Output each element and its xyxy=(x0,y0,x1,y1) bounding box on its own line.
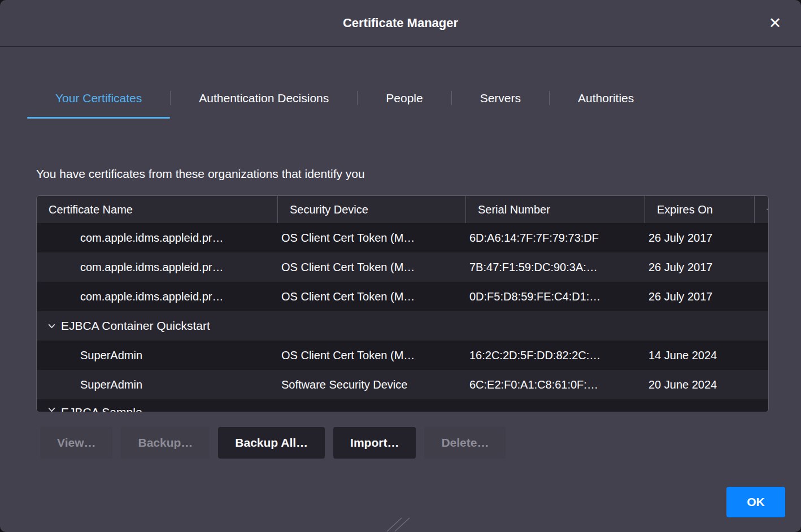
cell-device: OS Client Cert Token (M… xyxy=(278,252,466,282)
cell-filler xyxy=(755,223,768,252)
cell-serial: 6D:A6:14:7F:7F:79:73:DF xyxy=(466,223,645,252)
cell-expires: 26 July 2017 xyxy=(645,223,755,252)
cell-expires: 20 June 2024 xyxy=(645,370,755,399)
dialog-title: Certificate Manager xyxy=(343,16,458,30)
column-header-expires-on[interactable]: Expires On xyxy=(645,196,755,223)
cell-device: Software Security Device xyxy=(278,370,466,399)
table-body: com.apple.idms.appleid.pr…OS Client Cert… xyxy=(37,223,768,412)
cell-filler xyxy=(755,341,768,370)
titlebar: Certificate Manager ✕ xyxy=(0,0,801,47)
close-icon: ✕ xyxy=(769,15,782,32)
certificate-row[interactable]: com.apple.idms.appleid.pr…OS Client Cert… xyxy=(37,252,768,282)
tab-servers[interactable]: Servers xyxy=(452,82,549,119)
group-label: EJBCA Sample xyxy=(61,405,142,412)
delete-button[interactable]: Delete… xyxy=(424,427,506,459)
group-row[interactable]: EJBCA Sample xyxy=(37,399,768,412)
certificate-row[interactable]: com.apple.idms.appleid.pr…OS Client Cert… xyxy=(37,223,768,252)
import-button[interactable]: Import… xyxy=(333,427,416,459)
cell-serial: 6C:E2:F0:A1:C8:61:0F:… xyxy=(466,370,645,399)
tab-your-certificates[interactable]: Your Certificates xyxy=(27,82,170,119)
cell-name: com.apple.idms.appleid.pr… xyxy=(37,252,278,282)
resize-grip-icon[interactable] xyxy=(386,517,412,532)
cell-filler xyxy=(755,282,768,311)
cell-device: OS Client Cert Token (M… xyxy=(278,341,466,370)
view-button[interactable]: View… xyxy=(40,427,112,459)
column-header-certificate-name[interactable]: Certificate Name xyxy=(37,196,278,223)
chevron-down-icon[interactable] xyxy=(47,322,56,330)
cell-serial: 0D:F5:D8:59:FE:C4:D1:… xyxy=(466,282,645,311)
tab-authentication-decisions[interactable]: Authentication Decisions xyxy=(171,82,357,119)
certificate-manager-dialog: Certificate Manager ✕ Your CertificatesA… xyxy=(0,0,801,532)
description-text: You have certificates from these organiz… xyxy=(36,167,801,181)
group-label: EJBCA Container Quickstart xyxy=(61,319,210,333)
backup-all-button[interactable]: Backup All… xyxy=(218,427,325,459)
table-header: Certificate NameSecurity DeviceSerial Nu… xyxy=(37,196,768,223)
tab-people[interactable]: People xyxy=(358,82,451,119)
cell-filler xyxy=(755,370,768,399)
tab-authorities[interactable]: Authorities xyxy=(550,82,662,119)
cell-device: OS Client Cert Token (M… xyxy=(278,223,466,252)
column-header-serial-number[interactable]: Serial Number xyxy=(466,196,645,223)
certificate-row[interactable]: SuperAdminSoftware Security Device6C:E2:… xyxy=(37,370,768,399)
certificate-row[interactable]: com.apple.idms.appleid.pr…OS Client Cert… xyxy=(37,282,768,311)
ok-button[interactable]: OK xyxy=(726,487,785,517)
cell-device: OS Client Cert Token (M… xyxy=(278,282,466,311)
tab-bar: Your CertificatesAuthentication Decision… xyxy=(27,82,774,119)
cell-name: com.apple.idms.appleid.pr… xyxy=(37,282,278,311)
cell-serial: 16:2C:2D:5F:DD:82:2C:… xyxy=(466,341,645,370)
backup-button[interactable]: Backup… xyxy=(121,427,210,459)
group-row[interactable]: EJBCA Container Quickstart xyxy=(37,311,768,341)
cell-expires: 26 July 2017 xyxy=(645,252,755,282)
cell-name: SuperAdmin xyxy=(37,370,278,399)
certificates-table: Certificate NameSecurity DeviceSerial Nu… xyxy=(36,195,769,412)
cell-expires: 14 June 2024 xyxy=(645,341,755,370)
close-button[interactable]: ✕ xyxy=(763,11,787,36)
chevron-down-icon[interactable] xyxy=(47,405,56,412)
cell-expires: 26 July 2017 xyxy=(645,282,755,311)
certificate-row[interactable]: SuperAdminOS Client Cert Token (M…16:2C:… xyxy=(37,341,768,370)
cell-filler xyxy=(755,252,768,282)
action-bar: View…Backup…Backup All…Import…Delete… xyxy=(40,427,801,459)
cell-name: SuperAdmin xyxy=(37,341,278,370)
cell-serial: 7B:47:F1:59:DC:90:3A:… xyxy=(466,252,645,282)
column-picker-icon[interactable] xyxy=(755,196,768,223)
column-header-security-device[interactable]: Security Device xyxy=(278,196,466,223)
cell-name: com.apple.idms.appleid.pr… xyxy=(37,223,278,252)
